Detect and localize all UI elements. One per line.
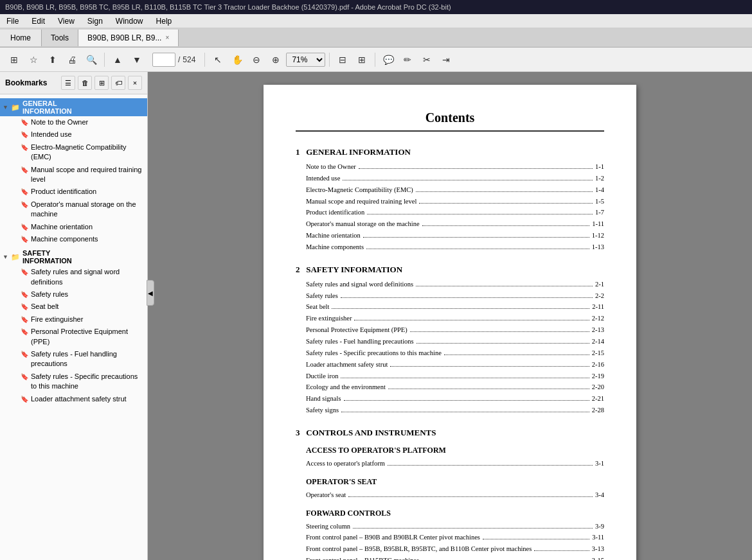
next-page-button[interactable]: ▼ — [128, 51, 146, 69]
cursor-tool[interactable]: ↖ — [209, 51, 227, 69]
new-button[interactable]: ⊞ — [5, 51, 23, 69]
toc-entry-ductile-iron: Ductile iron 2-19 — [306, 371, 604, 382]
fit-page-button[interactable]: ⊟ — [334, 51, 352, 69]
label-loader-strut: Loader attachment safety strut — [31, 394, 127, 404]
page-number-input[interactable]: 2 — [152, 53, 175, 67]
menu-file[interactable]: File — [0, 15, 25, 27]
sidebar-item-machine-components[interactable]: 🔖 Machine components — [0, 233, 147, 245]
bookmark-icon-s2: 🔖 — [21, 290, 28, 299]
main-area: Bookmarks ☰ 🗑 ⊞ 🏷 × ▼ 📁 GENERALINFORMATI… — [0, 72, 752, 560]
tab-home[interactable]: Home — [0, 30, 42, 46]
sidebar-item-manual-storage[interactable]: 🔖 Operator's manual storage on the machi… — [0, 198, 147, 221]
bookmark-section-general: ▼ 📁 GENERALINFORMATION 🔖 Note to the Own… — [0, 97, 147, 247]
sep3 — [329, 53, 330, 67]
sidebar: Bookmarks ☰ 🗑 ⊞ 🏷 × ▼ 📁 GENERALINFORMATI… — [0, 72, 148, 560]
tab-document-label: B90B, B90B LR, B9... — [87, 33, 161, 42]
toc-section-2-header: 2 SAFETY INFORMATION — [296, 265, 604, 275]
label-fire-extinguisher: Fire extinguisher — [31, 315, 83, 324]
prev-page-button[interactable]: ▲ — [109, 51, 127, 69]
highlight-button[interactable]: ✏ — [398, 51, 416, 69]
sidebar-close-button[interactable]: × — [128, 76, 142, 90]
bookmark-folder-icon: 📁 — [11, 103, 20, 112]
tab-tools[interactable]: Tools — [42, 30, 78, 46]
bookmark-folder-icon-2: 📁 — [11, 253, 20, 261]
sidebar-item-product-id[interactable]: 🔖 Product identification — [0, 186, 147, 198]
bookmark-icon-s4: 🔖 — [21, 315, 28, 324]
toc-subsection-forward: FORWARD CONTROLS — [306, 509, 604, 518]
zoom-out-button[interactable]: ⊖ — [247, 51, 265, 69]
zoom-select[interactable]: 71% 50% 75% 100% 125% 150% — [286, 53, 325, 67]
label-intended-use: Intended use — [31, 130, 72, 139]
sidebar-item-intended-use[interactable]: 🔖 Intended use — [0, 128, 147, 141]
sidebar-item-fuel-handling[interactable]: 🔖 Safety rules - Fuel handling precautio… — [0, 348, 147, 371]
pdf-area: Contents 1 GENERAL INFORMATION Note to t… — [148, 72, 752, 560]
sidebar-item-safety-info[interactable]: ▼ 📁 SAFETYINFORMATION — [0, 248, 147, 266]
bookmark-icon-5: 🔖 — [21, 188, 28, 197]
toc-entry-note-to-owner: Note to the Owner 1-1 — [306, 161, 604, 173]
page-nav: 2 / 524 — [147, 53, 201, 67]
bookmark-icon-2: 🔖 — [21, 130, 28, 139]
sidebar-options-button[interactable]: ☰ — [61, 76, 75, 90]
toc-entry-front-panel-b95b: Front control panel – B95B, B95BLR, B95B… — [306, 543, 604, 555]
collapse-general-icon[interactable]: ▼ — [3, 104, 8, 110]
sidebar-item-general-info[interactable]: ▼ 📁 GENERALINFORMATION — [0, 98, 147, 116]
sidebar-item-note-to-owner[interactable]: 🔖 Note to the Owner — [0, 116, 147, 128]
sidebar-tag-button[interactable]: 🏷 — [111, 76, 125, 90]
toc-entry-front-panel-b115b: Front control panel – B115BTC machines 3… — [306, 555, 604, 560]
menu-help[interactable]: Help — [150, 15, 179, 27]
sidebar-item-ppe[interactable]: 🔖 Personal Protective Equipment (PPE) — [0, 326, 147, 348]
print-button[interactable]: 🖨 — [63, 51, 81, 69]
toc-entry-steering: Steering column 3-9 — [306, 521, 604, 532]
toc-section-1-entries: Note to the Owner 1-1 Intended use 1-2 E… — [296, 161, 604, 253]
sidebar-content: ▼ 📁 GENERALINFORMATION 🔖 Note to the Own… — [0, 94, 147, 560]
toc-entry-emc: Electro-Magnetic Compatibility (EMC) 1-4 — [306, 184, 604, 196]
share-button[interactable]: ⇥ — [437, 51, 455, 69]
hand-tool[interactable]: ✋ — [228, 51, 246, 69]
sidebar-actions: ☰ 🗑 ⊞ 🏷 × — [61, 76, 142, 90]
label-fuel-handling: Safety rules - Fuel handling precautions — [31, 349, 145, 369]
search-button[interactable]: 🔍 — [82, 51, 100, 69]
toc-subsection-access: ACCESS TO OPERATOR'S PLATFORM — [306, 446, 604, 455]
zoom-in-button[interactable]: ⊕ — [267, 51, 285, 69]
sep4 — [375, 53, 375, 67]
sidebar-expand-button[interactable]: ⊞ — [94, 76, 109, 90]
sidebar-item-specific-precautions[interactable]: 🔖 Safety rules - Specific precautions to… — [0, 371, 147, 393]
toc-entry-access-platform: Access to operator's platform 3-1 — [306, 458, 604, 469]
sidebar-collapse-handle[interactable]: ◀ — [147, 280, 154, 306]
sidebar-title: Bookmarks — [5, 78, 47, 87]
toc-entry-hand-signals: Hand signals 2-21 — [306, 393, 604, 405]
redact-button[interactable]: ✂ — [418, 51, 436, 69]
toc-entry-ppe: Personal Protective Equipment (PPE) 2-13 — [306, 324, 604, 336]
comment-button[interactable]: 💬 — [379, 51, 397, 69]
sidebar-item-machine-orientation[interactable]: 🔖 Machine orientation — [0, 221, 147, 233]
sidebar-item-safety-rules[interactable]: 🔖 Safety rules — [0, 288, 147, 301]
toolbar: ⊞ ☆ ⬆ 🖨 🔍 ▲ ▼ 2 / 524 ↖ ✋ ⊖ ⊕ 71% 50% 75… — [0, 48, 752, 72]
toc-section-3-header: 3 CONTROLS AND INSTRUMENTS — [296, 428, 604, 438]
toc-entry-intended-use: Intended use 1-2 — [306, 173, 604, 184]
tab-document[interactable]: B90B, B90B LR, B9... × — [78, 30, 179, 46]
page-total: 524 — [183, 55, 195, 64]
tab-close-button[interactable]: × — [165, 34, 169, 41]
safety-info-label: SAFETYINFORMATION — [22, 249, 72, 265]
sidebar-item-manual-scope[interactable]: 🔖 Manual scope and required training lev… — [0, 164, 147, 186]
label-ppe: Personal Protective Equipment (PPE) — [31, 327, 145, 347]
label-manual-scope: Manual scope and required training level — [31, 165, 145, 185]
toc-entry-ecology: Ecology and the environment 2-20 — [306, 381, 604, 393]
sidebar-item-loader-strut[interactable]: 🔖 Loader attachment safety strut — [0, 393, 147, 405]
collapse-safety-icon[interactable]: ▼ — [3, 254, 8, 260]
sidebar-item-safety-rules-defs[interactable]: 🔖 Safety rules and signal word definitio… — [0, 266, 147, 288]
menu-window[interactable]: Window — [109, 15, 150, 27]
open-button[interactable]: ⬆ — [44, 51, 62, 69]
sidebar-item-seat-belt[interactable]: 🔖 Seat belt — [0, 301, 147, 313]
menu-view[interactable]: View — [51, 15, 81, 27]
menu-sign[interactable]: Sign — [81, 15, 109, 27]
fit-width-button[interactable]: ⊞ — [353, 51, 371, 69]
label-manual-storage: Operator's manual storage on the machine — [31, 200, 145, 220]
menu-edit[interactable]: Edit — [25, 15, 51, 27]
toc-entry-product-id: Product identification 1-7 — [306, 207, 604, 218]
bookmark-button[interactable]: ☆ — [24, 51, 42, 69]
sidebar-delete-button[interactable]: 🗑 — [78, 76, 92, 90]
sidebar-item-fire-extinguisher[interactable]: 🔖 Fire extinguisher — [0, 313, 147, 326]
sidebar-item-emc[interactable]: 🔖 Electro-Magnetic Compatibility (EMC) — [0, 141, 147, 164]
bookmark-icon-s8: 🔖 — [21, 395, 28, 404]
